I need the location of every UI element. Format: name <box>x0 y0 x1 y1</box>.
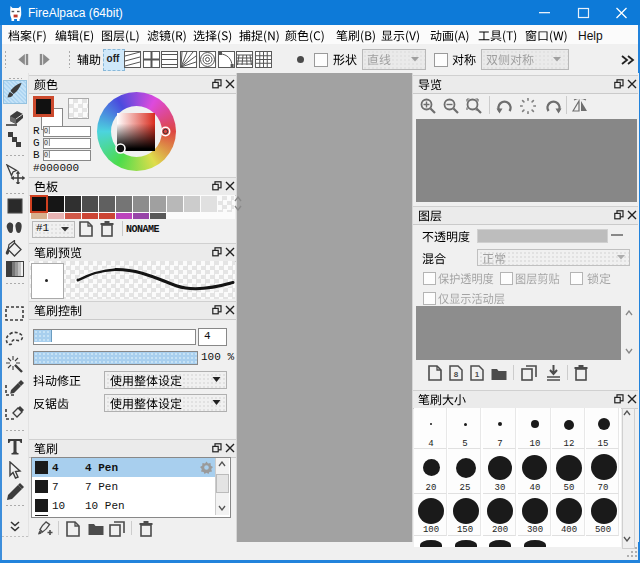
svg-text:1: 1 <box>475 370 480 379</box>
svg-text:8: 8 <box>454 370 459 379</box>
